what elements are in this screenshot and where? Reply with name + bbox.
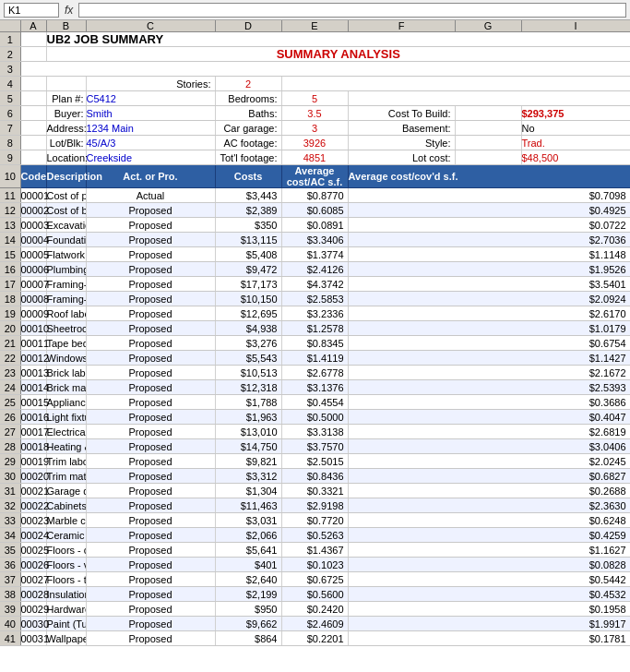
cell-desc: Paint (Turn key): [46, 617, 86, 631]
cell-avg-cov: $0.3686: [348, 395, 630, 410]
row-7: 7 Address: 1234 Main Car garage: 3 Basem…: [0, 121, 630, 136]
table-row: 30 00020 Trim material Proposed $3,312 $…: [0, 469, 630, 484]
header-act-pro: Act. or Pro.: [123, 171, 177, 182]
cell-code: 00019: [20, 454, 46, 469]
cell-desc: Cabinets, tops/bksplsh: [46, 498, 86, 513]
table-row: 31 00021 Garage doors & stairs Proposed …: [0, 484, 630, 498]
cell-desc: Floors - vinyl: [46, 558, 86, 572]
cell-avg-cov: $0.6248: [348, 513, 630, 528]
table-row: 18 00008 Framing-material Proposed $10,1…: [0, 292, 630, 306]
table-row: 41 00031 Wallpaper labor Proposed $864 $…: [0, 631, 630, 646]
cell-act-pro: Proposed: [86, 233, 215, 247]
cell-desc: Trim labor: [46, 454, 86, 469]
cell-desc: Ceramic tile: [46, 528, 86, 543]
cell-avg-cov: $2.1672: [348, 366, 630, 380]
cell-a1: [20, 32, 46, 47]
cell-avg-cov: $0.4047: [348, 410, 630, 425]
bedrooms-label: Bedrooms:: [228, 93, 277, 104]
header-avg-cov: Average cost/cov'd s.f.: [349, 171, 458, 182]
toolbar: fx: [0, 0, 630, 20]
cell-costs: $1,788: [215, 395, 281, 410]
table-row: 23 00013 Brick labor only Proposed $10,5…: [0, 366, 630, 380]
cell-costs: $5,543: [215, 351, 281, 366]
table-row: 32 00022 Cabinets, tops/bksplsh Proposed…: [0, 498, 630, 513]
cell-desc: Insulation: [46, 587, 86, 602]
cell-avg-ac: $0.5000: [281, 410, 348, 425]
cell-code: 00002: [20, 203, 46, 218]
cell-costs: $17,173: [215, 277, 281, 292]
table-row: 26 00016 Light fixtures Proposed $1,963 …: [0, 410, 630, 425]
cell-code: 00005: [20, 247, 46, 262]
cell-avg-ac: $0.2201: [281, 631, 348, 646]
cell-avg-ac: $2.6778: [281, 366, 348, 380]
cell-costs: $2,640: [215, 572, 281, 587]
cell-code: 00001: [20, 188, 46, 203]
cell-desc: Roof labor & mat'l: [46, 306, 86, 321]
garage-val: 3: [312, 123, 317, 134]
cell-avg-ac: $3.3138: [281, 425, 348, 439]
table-row: 20 00010 Sheetrock labor & mat'l Propose…: [0, 321, 630, 336]
basement-val: No: [522, 123, 535, 134]
row-5: 5 Plan #: C5412 Bedrooms: 5: [0, 91, 630, 106]
cell-avg-ac: $3.1376: [281, 380, 348, 395]
cell-avg-cov: $0.2688: [348, 484, 630, 498]
cell-avg-ac: $0.5263: [281, 528, 348, 543]
cell-avg-cov: $0.4259: [348, 528, 630, 543]
cell-act-pro: Proposed: [86, 218, 215, 233]
cell-act-pro: Proposed: [86, 528, 215, 543]
cell-avg-ac: $3.7570: [281, 439, 348, 454]
summary-title: SUMMARY ANALYSIS: [277, 47, 400, 61]
baths-label: Baths:: [248, 108, 277, 119]
cell-costs: $1,304: [215, 484, 281, 498]
ac-label: AC footage:: [223, 138, 277, 149]
cell-act-pro: Proposed: [86, 469, 215, 484]
cell-act-pro: Proposed: [86, 351, 215, 366]
cell-act-pro: Proposed: [86, 247, 215, 262]
cell-avg-cov: $0.4925: [348, 203, 630, 218]
cost-build-val: $293,375: [522, 108, 565, 119]
cell-costs: $864: [215, 631, 281, 646]
table-row: 22 00012 Windows Proposed $5,543 $1.4119…: [0, 351, 630, 366]
formula-bar[interactable]: [78, 3, 626, 18]
buyer-val: Smith: [87, 108, 113, 119]
cell-desc: Sheetrock labor & mat'l: [46, 321, 86, 336]
cell-costs: $9,472: [215, 262, 281, 277]
cell-avg-ac: $3.2336: [281, 306, 348, 321]
cell-code: 00015: [20, 395, 46, 410]
cell-costs: $5,408: [215, 247, 281, 262]
ac-val: 3926: [303, 138, 326, 149]
cell-avg-ac: $0.2420: [281, 602, 348, 617]
cell-avg-cov: $3.0406: [348, 439, 630, 454]
cell-avg-cov: $2.0245: [348, 454, 630, 469]
cell-desc: Plumbing: [46, 262, 86, 277]
cell-costs: $12,318: [215, 380, 281, 395]
cell-desc: Flatwork: [46, 247, 86, 262]
location-val: Creekside: [87, 152, 133, 163]
cell-desc: Heating & air: [46, 439, 86, 454]
cell-avg-cov: $2.0924: [348, 292, 630, 306]
cell-avg-cov: $0.6754: [348, 336, 630, 351]
cell-costs: $4,938: [215, 321, 281, 336]
col-d: D: [215, 20, 281, 32]
basement-label: Basement:: [402, 123, 451, 134]
plan-label: Plan #:: [52, 93, 83, 104]
cell-desc: Hardware: [46, 602, 86, 617]
cell-code: 00027: [20, 572, 46, 587]
cell-desc: Tape bed & texture: [46, 336, 86, 351]
table-header-row: 10 Code Description Act. or Pro. Costs A…: [0, 165, 630, 188]
cell-avg-ac: $2.9198: [281, 498, 348, 513]
cell-ref-input[interactable]: [4, 3, 59, 18]
cell-desc: Foundation (slab): [46, 233, 86, 247]
cell-avg-ac: $1.4367: [281, 543, 348, 558]
cell-code: 00028: [20, 587, 46, 602]
header-code: Code: [21, 171, 47, 182]
cell-avg-cov: $0.5442: [348, 572, 630, 587]
cell-costs: $10,150: [215, 292, 281, 306]
cell-code: 00022: [20, 498, 46, 513]
table-row: 39 00029 Hardware Proposed $950 $0.2420 …: [0, 602, 630, 617]
cell-desc: Electrical labor & mat'l: [46, 425, 86, 439]
table-row: 15 00005 Flatwork Proposed $5,408 $1.377…: [0, 247, 630, 262]
cell-costs: $11,463: [215, 498, 281, 513]
cell-avg-ac: $0.8770: [281, 188, 348, 203]
cell-desc: Excavation: [46, 218, 86, 233]
